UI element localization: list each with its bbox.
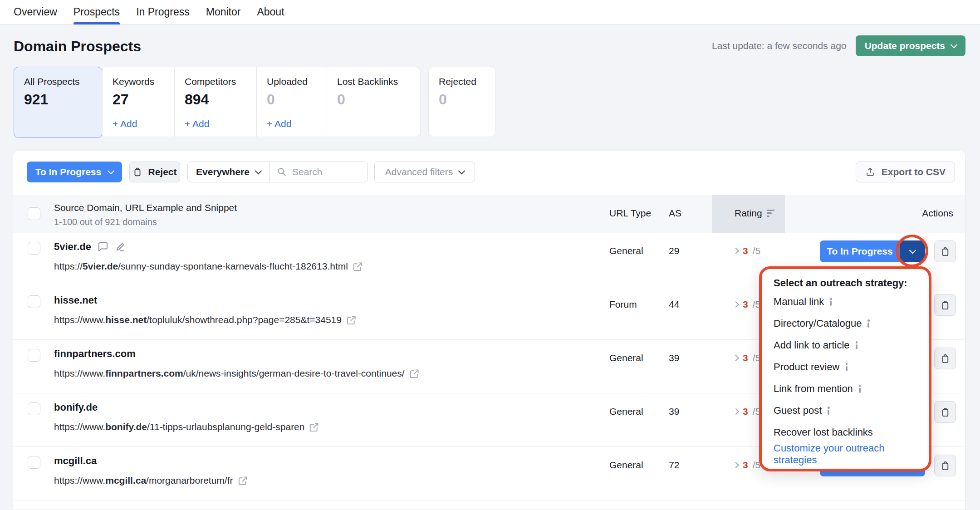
rating-cell[interactable]: 3/5 — [734, 460, 760, 471]
sort-descending-icon — [767, 210, 774, 217]
update-prospects-label: Update prospects — [865, 40, 945, 51]
prospect-url: https://www.mcgill.ca/morganarboretum/fr — [54, 475, 248, 486]
rating-cell[interactable]: 3/5 — [734, 299, 760, 310]
external-link-icon[interactable] — [238, 476, 248, 486]
nav-tab-overview[interactable]: Overview — [14, 0, 57, 25]
row-status-button[interactable]: To In Progress — [820, 240, 925, 262]
export-icon — [865, 167, 875, 177]
nav-tab-prospects[interactable]: Prospects — [74, 0, 120, 25]
card-label: Uploaded — [267, 76, 308, 87]
card-value: 0 — [267, 91, 275, 108]
nav-tab-in-progress[interactable]: In Progress — [136, 0, 190, 25]
card-label: Rejected — [439, 76, 476, 87]
info-icon — [867, 319, 870, 328]
card-label: Keywords — [113, 76, 154, 87]
add-uploaded-button[interactable]: + Add — [267, 118, 291, 129]
card-lost-backlinks[interactable]: Lost Backlinks 0 — [327, 67, 420, 137]
external-link-icon[interactable] — [309, 422, 319, 432]
card-rejected[interactable]: Rejected 0 — [428, 67, 496, 137]
rating-value: 3 — [743, 406, 748, 417]
menu-item-guest-post[interactable]: Guest post — [774, 400, 917, 422]
export-to-csv-button[interactable]: Export to CSV — [856, 162, 955, 182]
url-text: https://www.hisse.net/topluluk/showthrea… — [54, 314, 342, 325]
trash-icon — [132, 167, 142, 177]
chevron-down-icon — [458, 167, 466, 174]
url-text: https://www.finnpartners.com/uk/news-ins… — [54, 368, 405, 379]
column-source-domain: Source Domain, URL Example and Snippet — [54, 202, 237, 213]
column-actions: Actions — [922, 208, 953, 219]
column-rating[interactable]: Rating — [735, 208, 774, 219]
delete-row-button[interactable] — [934, 401, 956, 423]
search-scope-label: Everywhere — [196, 167, 250, 177]
menu-item-manual-link[interactable]: Manual link — [774, 291, 917, 313]
menu-item-label: Link from mention — [774, 383, 853, 395]
card-keywords[interactable]: Keywords 27 + Add — [102, 67, 174, 137]
url-type-value: Forum — [609, 299, 637, 310]
menu-item-recover-lost-backlinks[interactable]: Recover lost backlinks — [774, 422, 917, 443]
menu-item-label: Guest post — [774, 405, 822, 417]
rating-cell[interactable]: 3/5 — [734, 406, 760, 417]
chevron-down-icon — [255, 167, 262, 174]
delete-row-button[interactable] — [934, 348, 956, 369]
move-to-in-progress-button[interactable]: To In Progress — [27, 162, 122, 182]
prospect-url: https://www.hisse.net/topluluk/showthrea… — [54, 314, 357, 325]
info-icon — [858, 385, 861, 393]
url-text: https://www.mcgill.ca/morganarboretum/fr — [54, 475, 233, 486]
search-placeholder: Search — [292, 167, 323, 177]
search-icon — [277, 167, 287, 177]
customize-strategies-link[interactable]: Customize your outreach strategies — [774, 443, 917, 465]
add-keywords-button[interactable]: + Add — [113, 118, 137, 129]
nav-tab-about[interactable]: About — [257, 0, 284, 25]
as-value: 44 — [669, 299, 679, 310]
row-checkbox[interactable] — [28, 242, 40, 255]
reject-button[interactable]: Reject — [129, 162, 180, 182]
delete-row-button[interactable] — [934, 294, 956, 316]
add-competitors-button[interactable]: + Add — [185, 118, 209, 129]
reject-label: Reject — [148, 167, 176, 177]
rating-cell[interactable]: 3/5 — [734, 353, 760, 363]
advanced-filters-button[interactable]: Advanced filters — [374, 162, 475, 182]
menu-item-product-review[interactable]: Product review — [774, 356, 917, 378]
external-link-icon[interactable] — [409, 368, 420, 379]
column-as[interactable]: AS — [669, 208, 681, 219]
domain-name: 5vier.de — [54, 241, 91, 253]
page-title: Domain Prospects — [14, 38, 141, 55]
card-label: All Prospects — [24, 76, 80, 87]
nav-tab-monitor[interactable]: Monitor — [206, 0, 241, 25]
comment-icon[interactable] — [98, 241, 108, 252]
domain-line: 5vier.de — [54, 241, 126, 253]
delete-row-button[interactable] — [934, 455, 956, 476]
row-checkbox[interactable] — [28, 295, 40, 308]
edit-icon[interactable] — [115, 241, 126, 252]
select-all-checkbox[interactable] — [28, 207, 40, 220]
card-uploaded[interactable]: Uploaded 0 + Add — [256, 67, 327, 137]
rating-cell[interactable]: 3/5 — [734, 245, 760, 256]
chevron-right-icon — [733, 301, 739, 308]
row-status-dropdown-toggle[interactable] — [900, 240, 925, 262]
menu-item-directory-catalogue[interactable]: Directory/Catalogue — [774, 313, 917, 334]
prospect-url: https://www.finnpartners.com/uk/news-ins… — [54, 368, 420, 379]
as-value: 39 — [669, 406, 679, 417]
rating-value: 3 — [743, 299, 748, 310]
menu-item-add-link-to-article[interactable]: Add link to article — [774, 334, 917, 356]
search-scope-dropdown[interactable]: Everywhere — [188, 162, 270, 182]
row-checkbox[interactable] — [28, 402, 40, 415]
card-value: 921 — [24, 91, 48, 108]
rating-value: 3 — [743, 460, 748, 471]
card-value: 0 — [337, 91, 345, 108]
external-link-icon[interactable] — [346, 315, 357, 325]
row-checkbox[interactable] — [28, 349, 40, 362]
row-checkbox[interactable] — [28, 456, 40, 469]
column-url-type[interactable]: URL Type — [609, 208, 651, 219]
search-input[interactable]: Search — [270, 162, 368, 182]
menu-item-link-from-mention[interactable]: Link from mention — [774, 378, 917, 400]
advanced-filters-label: Advanced filters — [385, 167, 453, 177]
chevron-right-icon — [733, 408, 739, 415]
update-prospects-button[interactable]: Update prospects — [856, 35, 965, 56]
delete-row-button[interactable] — [934, 240, 956, 262]
card-all-prospects[interactable]: All Prospects 921 — [14, 67, 103, 138]
as-value: 39 — [669, 353, 679, 363]
card-competitors[interactable]: Competitors 894 + Add — [174, 67, 256, 137]
external-link-icon[interactable] — [353, 261, 363, 272]
prospect-url: https://www.bonify.de/11-tipps-urlaubspl… — [54, 422, 319, 432]
